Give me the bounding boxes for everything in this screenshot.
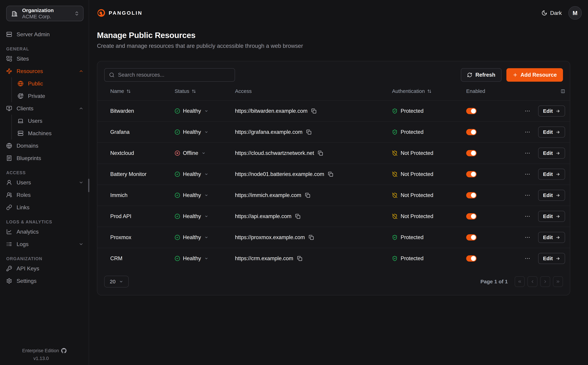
status-label: Healthy bbox=[183, 192, 201, 198]
access-cell: https://api.example.com bbox=[235, 213, 392, 219]
row-menu-button[interactable] bbox=[524, 192, 531, 198]
status-dropdown[interactable]: Offline bbox=[175, 150, 235, 156]
theme-toggle[interactable]: Dark bbox=[541, 10, 562, 16]
sidebar-item-users[interactable]: Users bbox=[18, 115, 83, 127]
row-menu-button[interactable] bbox=[524, 171, 531, 177]
next-page-button[interactable] bbox=[540, 276, 550, 287]
enabled-toggle[interactable] bbox=[466, 192, 477, 198]
status-dropdown[interactable]: Healthy bbox=[175, 171, 235, 177]
enabled-toggle[interactable] bbox=[466, 171, 477, 177]
circle-check-icon bbox=[175, 214, 180, 219]
copy-icon[interactable] bbox=[305, 193, 310, 198]
edit-button[interactable]: Edit bbox=[538, 169, 565, 180]
sidebar-item-domains[interactable]: Domains bbox=[6, 140, 83, 152]
row-menu-button[interactable] bbox=[524, 108, 531, 114]
column-header-authentication[interactable]: Authentication bbox=[392, 88, 466, 94]
page-size-select[interactable]: 20 bbox=[104, 276, 129, 288]
sort-icon bbox=[427, 89, 431, 93]
edit-button[interactable]: Edit bbox=[538, 253, 565, 264]
sidebar-item-blueprints[interactable]: Blueprints bbox=[6, 152, 83, 164]
enabled-toggle[interactable] bbox=[466, 150, 477, 156]
sidebar-item-logs[interactable]: Logs bbox=[6, 238, 83, 250]
copy-icon[interactable] bbox=[311, 108, 316, 114]
sidebar-item-private[interactable]: Private bbox=[18, 90, 83, 102]
edition-link[interactable]: Enterprise Edition bbox=[22, 348, 66, 353]
enabled-cell bbox=[466, 213, 517, 219]
page-title: Manage Public Resources bbox=[97, 30, 588, 40]
copy-icon[interactable] bbox=[309, 235, 314, 240]
version-link[interactable]: v1.13.0 bbox=[34, 356, 55, 361]
page-head: Manage Public Resources Create and manag… bbox=[97, 30, 588, 49]
last-page-button[interactable] bbox=[553, 276, 563, 287]
sidebar-item-public[interactable]: Public bbox=[18, 77, 83, 90]
globe-icon bbox=[6, 143, 12, 149]
status-dropdown[interactable]: Healthy bbox=[175, 108, 235, 114]
first-page-button[interactable] bbox=[515, 276, 525, 287]
sidebar-item-api-keys[interactable]: API Keys bbox=[6, 262, 83, 275]
copy-icon[interactable] bbox=[297, 256, 302, 261]
row-menu-button[interactable] bbox=[524, 129, 531, 135]
org-switcher[interactable]: Organization ACME Corp. bbox=[6, 6, 83, 21]
table-row-proxmox: ProxmoxHealthyhttps://proxmox.example.co… bbox=[97, 227, 570, 248]
sidebar-item-users[interactable]: Users bbox=[6, 176, 83, 189]
row-menu-button[interactable] bbox=[524, 213, 531, 219]
brand[interactable]: PANGOLIN bbox=[97, 8, 143, 17]
arrow-right-icon bbox=[556, 109, 560, 113]
refresh-button[interactable]: Refresh bbox=[461, 68, 501, 82]
enabled-toggle[interactable] bbox=[466, 234, 477, 240]
sidebar-item-label: Machines bbox=[28, 130, 52, 137]
edit-button[interactable]: Edit bbox=[538, 190, 565, 201]
sidebar-item-sites[interactable]: Sites bbox=[6, 52, 83, 65]
sidebar-item-server-admin[interactable]: Server Admin bbox=[6, 28, 83, 41]
add-resource-button[interactable]: Add Resource bbox=[506, 68, 563, 82]
copy-icon[interactable] bbox=[306, 129, 311, 135]
edit-button[interactable]: Edit bbox=[538, 232, 565, 243]
row-menu-button[interactable] bbox=[524, 234, 531, 240]
table-row-grafana: GrafanaHealthyhttps://grafana.example.co… bbox=[97, 121, 570, 142]
status-dropdown[interactable]: Healthy bbox=[175, 234, 235, 240]
columns-icon[interactable] bbox=[561, 89, 565, 93]
sidebar-item-label: API Keys bbox=[17, 265, 39, 272]
enabled-toggle[interactable] bbox=[466, 129, 477, 135]
sidebar-item-settings[interactable]: Settings bbox=[6, 275, 83, 287]
edit-button[interactable]: Edit bbox=[538, 211, 565, 222]
status-dropdown[interactable]: Healthy bbox=[175, 255, 235, 262]
status-dropdown[interactable]: Healthy bbox=[175, 213, 235, 219]
prev-page-button[interactable] bbox=[527, 276, 537, 287]
row-menu-button[interactable] bbox=[524, 150, 531, 156]
circle-check-icon bbox=[175, 108, 180, 114]
access-cell: https://proxmox.example.com bbox=[235, 234, 392, 240]
enabled-toggle[interactable] bbox=[466, 108, 477, 114]
edit-button[interactable]: Edit bbox=[538, 148, 565, 159]
sidebar-item-clients[interactable]: Clients bbox=[6, 102, 83, 115]
enabled-toggle[interactable] bbox=[466, 213, 477, 219]
copy-icon[interactable] bbox=[318, 151, 323, 156]
row-menu-button[interactable] bbox=[524, 255, 531, 262]
theme-label: Dark bbox=[550, 10, 562, 16]
sidebar-item-analytics[interactable]: Analytics bbox=[6, 225, 83, 238]
enabled-cell bbox=[466, 255, 517, 262]
arrow-right-icon bbox=[556, 172, 560, 177]
status-dropdown[interactable]: Healthy bbox=[175, 192, 235, 198]
sidebar-item-links[interactable]: Links bbox=[6, 201, 83, 214]
column-header-name[interactable]: Name bbox=[110, 88, 175, 94]
chevron-down-icon bbox=[205, 236, 208, 239]
status-dropdown[interactable]: Healthy bbox=[175, 129, 235, 135]
edit-button[interactable]: Edit bbox=[538, 126, 565, 138]
copy-icon[interactable] bbox=[295, 214, 300, 219]
column-label: Status bbox=[175, 88, 189, 94]
sidebar-item-label: Domains bbox=[17, 143, 38, 149]
globe-icon bbox=[18, 81, 23, 86]
sidebar-item-resources[interactable]: Resources bbox=[6, 65, 83, 77]
access-cell: https://node01.batteries.example.com bbox=[235, 171, 392, 177]
column-header-status[interactable]: Status bbox=[175, 88, 235, 94]
copy-icon[interactable] bbox=[328, 172, 333, 177]
edit-button[interactable]: Edit bbox=[538, 105, 565, 117]
enabled-toggle[interactable] bbox=[466, 255, 477, 262]
avatar[interactable]: M bbox=[568, 6, 582, 20]
sidebar-item-label: Private bbox=[28, 93, 45, 99]
row-actions: Edit bbox=[517, 169, 565, 180]
search-input[interactable] bbox=[118, 72, 230, 78]
sidebar-item-machines[interactable]: Machines bbox=[18, 127, 83, 140]
sidebar-item-roles[interactable]: Roles bbox=[6, 189, 83, 201]
